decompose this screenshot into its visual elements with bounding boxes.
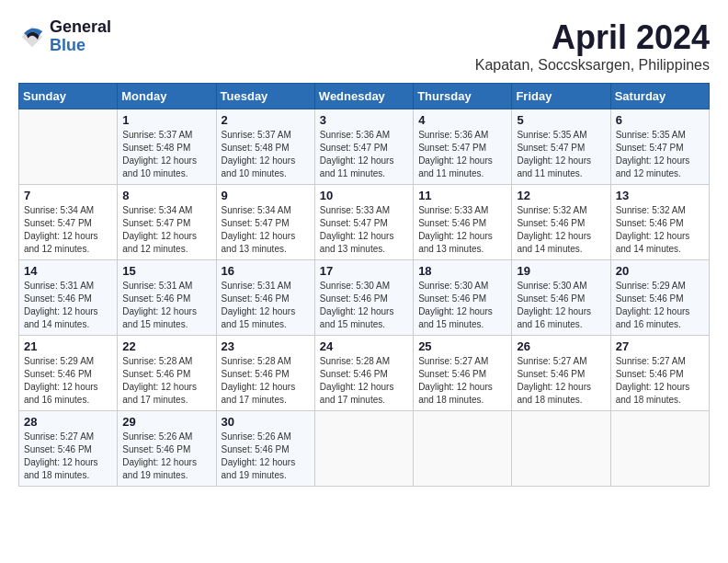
calendar-cell (610, 411, 709, 487)
calendar-cell: 15Sunrise: 5:31 AM Sunset: 5:46 PM Dayli… (118, 260, 216, 336)
weekday-header: Thursday (414, 84, 512, 109)
title-area: April 2024 Kapatan, Soccsksargen, Philip… (475, 18, 710, 74)
weekday-header: Wednesday (314, 84, 413, 109)
calendar-cell (19, 109, 118, 185)
day-number: 3 (320, 113, 408, 127)
weekday-header: Monday (118, 84, 216, 109)
logo-general: General (50, 18, 111, 37)
calendar-cell (314, 411, 413, 487)
day-info: Sunrise: 5:33 AM Sunset: 5:46 PM Dayligh… (418, 204, 506, 256)
day-number: 22 (122, 339, 210, 353)
weekday-header: Friday (512, 84, 610, 109)
day-number: 10 (320, 189, 408, 202)
day-number: 25 (418, 339, 506, 353)
calendar-cell: 2Sunrise: 5:37 AM Sunset: 5:48 PM Daylig… (216, 109, 314, 185)
calendar-cell: 6Sunrise: 5:35 AM Sunset: 5:47 PM Daylig… (610, 109, 709, 185)
weekday-header: Sunday (19, 84, 118, 109)
calendar-cell: 11Sunrise: 5:33 AM Sunset: 5:46 PM Dayli… (414, 185, 512, 260)
day-info: Sunrise: 5:34 AM Sunset: 5:47 PM Dayligh… (222, 204, 310, 256)
day-info: Sunrise: 5:28 AM Sunset: 5:46 PM Dayligh… (222, 355, 310, 407)
day-info: Sunrise: 5:35 AM Sunset: 5:47 PM Dayligh… (517, 129, 605, 180)
day-number: 24 (320, 339, 408, 353)
page-header: General Blue April 2024 Kapatan, Soccsks… (18, 18, 710, 74)
day-info: Sunrise: 5:29 AM Sunset: 5:46 PM Dayligh… (24, 355, 112, 407)
day-info: Sunrise: 5:29 AM Sunset: 5:46 PM Dayligh… (616, 280, 704, 331)
logo-blue: Blue (50, 37, 111, 55)
weekday-header: Saturday (610, 84, 709, 109)
calendar-week-row: 28Sunrise: 5:27 AM Sunset: 5:46 PM Dayli… (19, 411, 710, 487)
calendar-cell: 28Sunrise: 5:27 AM Sunset: 5:46 PM Dayli… (19, 411, 118, 487)
calendar-cell: 22Sunrise: 5:28 AM Sunset: 5:46 PM Dayli… (118, 336, 216, 411)
day-info: Sunrise: 5:27 AM Sunset: 5:46 PM Dayligh… (418, 355, 506, 407)
calendar-cell: 27Sunrise: 5:27 AM Sunset: 5:46 PM Dayli… (610, 336, 709, 411)
day-info: Sunrise: 5:27 AM Sunset: 5:46 PM Dayligh… (616, 355, 704, 407)
day-number: 27 (616, 339, 704, 353)
calendar-cell: 20Sunrise: 5:29 AM Sunset: 5:46 PM Dayli… (610, 260, 709, 336)
calendar-cell: 3Sunrise: 5:36 AM Sunset: 5:47 PM Daylig… (314, 109, 413, 185)
day-number: 5 (517, 113, 605, 127)
calendar-cell: 23Sunrise: 5:28 AM Sunset: 5:46 PM Dayli… (216, 336, 314, 411)
day-info: Sunrise: 5:27 AM Sunset: 5:46 PM Dayligh… (24, 431, 112, 482)
day-number: 4 (418, 113, 506, 127)
day-number: 30 (222, 415, 310, 429)
calendar-cell: 4Sunrise: 5:36 AM Sunset: 5:47 PM Daylig… (414, 109, 512, 185)
calendar-cell: 24Sunrise: 5:28 AM Sunset: 5:46 PM Dayli… (314, 336, 413, 411)
day-info: Sunrise: 5:37 AM Sunset: 5:48 PM Dayligh… (222, 129, 310, 180)
day-number: 8 (122, 189, 210, 202)
day-number: 29 (122, 415, 210, 429)
calendar-cell: 18Sunrise: 5:30 AM Sunset: 5:46 PM Dayli… (414, 260, 512, 336)
calendar-cell: 7Sunrise: 5:34 AM Sunset: 5:47 PM Daylig… (19, 185, 118, 260)
logo: General Blue (18, 18, 111, 55)
day-info: Sunrise: 5:34 AM Sunset: 5:47 PM Dayligh… (122, 204, 210, 256)
day-info: Sunrise: 5:26 AM Sunset: 5:46 PM Dayligh… (122, 431, 210, 482)
day-number: 11 (418, 189, 506, 202)
day-info: Sunrise: 5:31 AM Sunset: 5:46 PM Dayligh… (24, 280, 112, 331)
calendar-cell: 30Sunrise: 5:26 AM Sunset: 5:46 PM Dayli… (216, 411, 314, 487)
day-info: Sunrise: 5:36 AM Sunset: 5:47 PM Dayligh… (320, 129, 408, 180)
day-info: Sunrise: 5:34 AM Sunset: 5:47 PM Dayligh… (24, 204, 112, 256)
day-number: 1 (122, 113, 210, 127)
calendar-week-row: 7Sunrise: 5:34 AM Sunset: 5:47 PM Daylig… (19, 185, 710, 260)
day-info: Sunrise: 5:32 AM Sunset: 5:46 PM Dayligh… (517, 204, 605, 256)
day-number: 20 (616, 264, 704, 278)
day-number: 6 (616, 113, 704, 127)
calendar-cell: 13Sunrise: 5:32 AM Sunset: 5:46 PM Dayli… (610, 185, 709, 260)
day-info: Sunrise: 5:36 AM Sunset: 5:47 PM Dayligh… (418, 129, 506, 180)
day-info: Sunrise: 5:28 AM Sunset: 5:46 PM Dayligh… (122, 355, 210, 407)
calendar-cell: 29Sunrise: 5:26 AM Sunset: 5:46 PM Dayli… (118, 411, 216, 487)
day-info: Sunrise: 5:30 AM Sunset: 5:46 PM Dayligh… (418, 280, 506, 331)
weekday-header: Tuesday (216, 84, 314, 109)
calendar-cell: 21Sunrise: 5:29 AM Sunset: 5:46 PM Dayli… (19, 336, 118, 411)
calendar-week-row: 14Sunrise: 5:31 AM Sunset: 5:46 PM Dayli… (19, 260, 710, 336)
calendar-cell: 5Sunrise: 5:35 AM Sunset: 5:47 PM Daylig… (512, 109, 610, 185)
day-info: Sunrise: 5:28 AM Sunset: 5:46 PM Dayligh… (320, 355, 408, 407)
calendar-cell: 10Sunrise: 5:33 AM Sunset: 5:47 PM Dayli… (314, 185, 413, 260)
calendar-cell (414, 411, 512, 487)
day-number: 14 (24, 264, 112, 278)
logo-text: General Blue (50, 18, 111, 55)
day-number: 16 (222, 264, 310, 278)
calendar-week-row: 21Sunrise: 5:29 AM Sunset: 5:46 PM Dayli… (19, 336, 710, 411)
calendar-table: SundayMondayTuesdayWednesdayThursdayFrid… (18, 83, 710, 487)
weekday-header-row: SundayMondayTuesdayWednesdayThursdayFrid… (19, 84, 710, 109)
calendar-week-row: 1Sunrise: 5:37 AM Sunset: 5:48 PM Daylig… (19, 109, 710, 185)
location-title: Kapatan, Soccsksargen, Philippines (475, 57, 710, 74)
day-number: 21 (24, 339, 112, 353)
day-number: 15 (122, 264, 210, 278)
day-number: 7 (24, 189, 112, 202)
day-info: Sunrise: 5:32 AM Sunset: 5:46 PM Dayligh… (616, 204, 704, 256)
calendar-cell: 14Sunrise: 5:31 AM Sunset: 5:46 PM Dayli… (19, 260, 118, 336)
day-number: 13 (616, 189, 704, 202)
calendar-cell (512, 411, 610, 487)
day-info: Sunrise: 5:33 AM Sunset: 5:47 PM Dayligh… (320, 204, 408, 256)
day-number: 12 (517, 189, 605, 202)
day-number: 2 (222, 113, 310, 127)
day-number: 28 (24, 415, 112, 429)
calendar-cell: 25Sunrise: 5:27 AM Sunset: 5:46 PM Dayli… (414, 336, 512, 411)
day-number: 23 (222, 339, 310, 353)
day-info: Sunrise: 5:26 AM Sunset: 5:46 PM Dayligh… (222, 431, 310, 482)
calendar-cell: 19Sunrise: 5:30 AM Sunset: 5:46 PM Dayli… (512, 260, 610, 336)
day-info: Sunrise: 5:37 AM Sunset: 5:48 PM Dayligh… (122, 129, 210, 180)
day-number: 26 (517, 339, 605, 353)
day-number: 9 (222, 189, 310, 202)
